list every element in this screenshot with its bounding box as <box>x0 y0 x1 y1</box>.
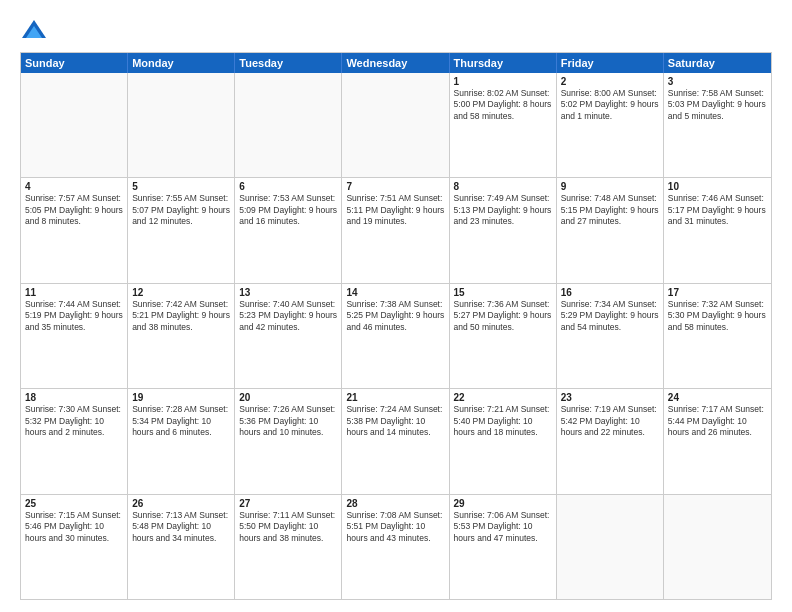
day-info: Sunrise: 7:42 AM Sunset: 5:21 PM Dayligh… <box>132 299 230 333</box>
day-info: Sunrise: 7:46 AM Sunset: 5:17 PM Dayligh… <box>668 193 767 227</box>
day-info: Sunrise: 7:40 AM Sunset: 5:23 PM Dayligh… <box>239 299 337 333</box>
day-info: Sunrise: 7:34 AM Sunset: 5:29 PM Dayligh… <box>561 299 659 333</box>
day-number: 1 <box>454 76 552 87</box>
day-number: 15 <box>454 287 552 298</box>
day-number: 17 <box>668 287 767 298</box>
day-number: 22 <box>454 392 552 403</box>
day-number: 27 <box>239 498 337 509</box>
cal-cell: 24Sunrise: 7:17 AM Sunset: 5:44 PM Dayli… <box>664 389 771 493</box>
day-info: Sunrise: 7:48 AM Sunset: 5:15 PM Dayligh… <box>561 193 659 227</box>
day-number: 9 <box>561 181 659 192</box>
cal-cell: 17Sunrise: 7:32 AM Sunset: 5:30 PM Dayli… <box>664 284 771 388</box>
cal-cell: 29Sunrise: 7:06 AM Sunset: 5:53 PM Dayli… <box>450 495 557 599</box>
day-number: 23 <box>561 392 659 403</box>
cal-cell <box>21 73 128 177</box>
cal-cell: 4Sunrise: 7:57 AM Sunset: 5:05 PM Daylig… <box>21 178 128 282</box>
cal-cell <box>557 495 664 599</box>
day-number: 29 <box>454 498 552 509</box>
cal-cell: 13Sunrise: 7:40 AM Sunset: 5:23 PM Dayli… <box>235 284 342 388</box>
cal-cell: 7Sunrise: 7:51 AM Sunset: 5:11 PM Daylig… <box>342 178 449 282</box>
cal-cell: 16Sunrise: 7:34 AM Sunset: 5:29 PM Dayli… <box>557 284 664 388</box>
day-info: Sunrise: 7:26 AM Sunset: 5:36 PM Dayligh… <box>239 404 337 438</box>
calendar-body: 1Sunrise: 8:02 AM Sunset: 5:00 PM Daylig… <box>21 73 771 599</box>
day-number: 11 <box>25 287 123 298</box>
day-info: Sunrise: 7:32 AM Sunset: 5:30 PM Dayligh… <box>668 299 767 333</box>
cal-cell: 22Sunrise: 7:21 AM Sunset: 5:40 PM Dayli… <box>450 389 557 493</box>
header-day-thursday: Thursday <box>450 53 557 73</box>
week-row-1: 1Sunrise: 8:02 AM Sunset: 5:00 PM Daylig… <box>21 73 771 177</box>
cal-cell <box>664 495 771 599</box>
cal-cell: 2Sunrise: 8:00 AM Sunset: 5:02 PM Daylig… <box>557 73 664 177</box>
cal-cell: 23Sunrise: 7:19 AM Sunset: 5:42 PM Dayli… <box>557 389 664 493</box>
cal-cell <box>342 73 449 177</box>
day-number: 21 <box>346 392 444 403</box>
day-number: 4 <box>25 181 123 192</box>
day-info: Sunrise: 7:15 AM Sunset: 5:46 PM Dayligh… <box>25 510 123 544</box>
day-info: Sunrise: 7:06 AM Sunset: 5:53 PM Dayligh… <box>454 510 552 544</box>
header-day-tuesday: Tuesday <box>235 53 342 73</box>
header-day-friday: Friday <box>557 53 664 73</box>
header-day-monday: Monday <box>128 53 235 73</box>
cal-cell: 3Sunrise: 7:58 AM Sunset: 5:03 PM Daylig… <box>664 73 771 177</box>
header <box>20 16 772 44</box>
day-number: 10 <box>668 181 767 192</box>
day-number: 3 <box>668 76 767 87</box>
cal-cell: 6Sunrise: 7:53 AM Sunset: 5:09 PM Daylig… <box>235 178 342 282</box>
cal-cell <box>128 73 235 177</box>
cal-cell: 9Sunrise: 7:48 AM Sunset: 5:15 PM Daylig… <box>557 178 664 282</box>
day-info: Sunrise: 7:17 AM Sunset: 5:44 PM Dayligh… <box>668 404 767 438</box>
cal-cell <box>235 73 342 177</box>
day-info: Sunrise: 7:51 AM Sunset: 5:11 PM Dayligh… <box>346 193 444 227</box>
cal-cell: 27Sunrise: 7:11 AM Sunset: 5:50 PM Dayli… <box>235 495 342 599</box>
cal-cell: 21Sunrise: 7:24 AM Sunset: 5:38 PM Dayli… <box>342 389 449 493</box>
day-number: 28 <box>346 498 444 509</box>
header-day-sunday: Sunday <box>21 53 128 73</box>
day-info: Sunrise: 7:53 AM Sunset: 5:09 PM Dayligh… <box>239 193 337 227</box>
week-row-2: 4Sunrise: 7:57 AM Sunset: 5:05 PM Daylig… <box>21 177 771 282</box>
day-number: 6 <box>239 181 337 192</box>
calendar-header: SundayMondayTuesdayWednesdayThursdayFrid… <box>21 53 771 73</box>
day-number: 18 <box>25 392 123 403</box>
page: SundayMondayTuesdayWednesdayThursdayFrid… <box>0 0 792 612</box>
day-info: Sunrise: 7:08 AM Sunset: 5:51 PM Dayligh… <box>346 510 444 544</box>
day-info: Sunrise: 7:44 AM Sunset: 5:19 PM Dayligh… <box>25 299 123 333</box>
cal-cell: 10Sunrise: 7:46 AM Sunset: 5:17 PM Dayli… <box>664 178 771 282</box>
day-number: 25 <box>25 498 123 509</box>
week-row-5: 25Sunrise: 7:15 AM Sunset: 5:46 PM Dayli… <box>21 494 771 599</box>
day-number: 8 <box>454 181 552 192</box>
day-info: Sunrise: 7:24 AM Sunset: 5:38 PM Dayligh… <box>346 404 444 438</box>
week-row-4: 18Sunrise: 7:30 AM Sunset: 5:32 PM Dayli… <box>21 388 771 493</box>
day-number: 16 <box>561 287 659 298</box>
cal-cell: 14Sunrise: 7:38 AM Sunset: 5:25 PM Dayli… <box>342 284 449 388</box>
day-info: Sunrise: 7:28 AM Sunset: 5:34 PM Dayligh… <box>132 404 230 438</box>
day-number: 13 <box>239 287 337 298</box>
day-info: Sunrise: 7:49 AM Sunset: 5:13 PM Dayligh… <box>454 193 552 227</box>
cal-cell: 8Sunrise: 7:49 AM Sunset: 5:13 PM Daylig… <box>450 178 557 282</box>
day-number: 5 <box>132 181 230 192</box>
day-info: Sunrise: 7:11 AM Sunset: 5:50 PM Dayligh… <box>239 510 337 544</box>
cal-cell: 5Sunrise: 7:55 AM Sunset: 5:07 PM Daylig… <box>128 178 235 282</box>
calendar: SundayMondayTuesdayWednesdayThursdayFrid… <box>20 52 772 600</box>
day-number: 20 <box>239 392 337 403</box>
day-number: 7 <box>346 181 444 192</box>
day-number: 19 <box>132 392 230 403</box>
cal-cell: 28Sunrise: 7:08 AM Sunset: 5:51 PM Dayli… <box>342 495 449 599</box>
cal-cell: 26Sunrise: 7:13 AM Sunset: 5:48 PM Dayli… <box>128 495 235 599</box>
day-info: Sunrise: 7:21 AM Sunset: 5:40 PM Dayligh… <box>454 404 552 438</box>
day-info: Sunrise: 7:57 AM Sunset: 5:05 PM Dayligh… <box>25 193 123 227</box>
cal-cell: 18Sunrise: 7:30 AM Sunset: 5:32 PM Dayli… <box>21 389 128 493</box>
cal-cell: 15Sunrise: 7:36 AM Sunset: 5:27 PM Dayli… <box>450 284 557 388</box>
header-day-wednesday: Wednesday <box>342 53 449 73</box>
cal-cell: 25Sunrise: 7:15 AM Sunset: 5:46 PM Dayli… <box>21 495 128 599</box>
day-number: 12 <box>132 287 230 298</box>
day-number: 26 <box>132 498 230 509</box>
week-row-3: 11Sunrise: 7:44 AM Sunset: 5:19 PM Dayli… <box>21 283 771 388</box>
cal-cell: 12Sunrise: 7:42 AM Sunset: 5:21 PM Dayli… <box>128 284 235 388</box>
logo-icon <box>20 16 48 44</box>
day-info: Sunrise: 7:36 AM Sunset: 5:27 PM Dayligh… <box>454 299 552 333</box>
cal-cell: 20Sunrise: 7:26 AM Sunset: 5:36 PM Dayli… <box>235 389 342 493</box>
header-day-saturday: Saturday <box>664 53 771 73</box>
cal-cell: 11Sunrise: 7:44 AM Sunset: 5:19 PM Dayli… <box>21 284 128 388</box>
day-info: Sunrise: 7:13 AM Sunset: 5:48 PM Dayligh… <box>132 510 230 544</box>
day-number: 14 <box>346 287 444 298</box>
